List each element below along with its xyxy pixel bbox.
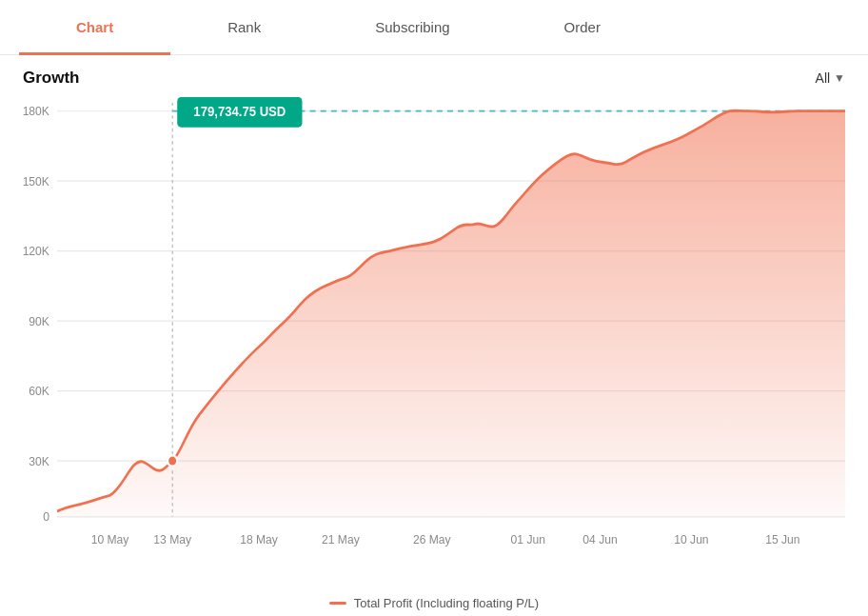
svg-text:15 Jun: 15 Jun (765, 531, 799, 546)
svg-text:01 Jun: 01 Jun (511, 531, 545, 546)
tabs-bar: Chart Rank Subscribing Order (0, 0, 868, 55)
svg-text:13 May: 13 May (153, 531, 191, 546)
chart-legend: Total Profit (Including floating P/L) (0, 596, 868, 610)
tab-subscribing[interactable]: Subscribing (318, 0, 506, 55)
legend-label: Total Profit (Including floating P/L) (354, 596, 539, 610)
filter-label: All (816, 70, 831, 86)
chart-header: Growth All ▼ (0, 55, 868, 97)
svg-text:04 Jun: 04 Jun (582, 531, 617, 546)
filter-dropdown[interactable]: All ▼ (816, 70, 845, 86)
svg-text:180K: 180K (23, 104, 50, 119)
svg-text:60K: 60K (29, 383, 49, 398)
legend-dot (329, 602, 346, 605)
svg-text:18 May: 18 May (240, 531, 278, 546)
chevron-down-icon: ▼ (834, 71, 845, 85)
tab-order[interactable]: Order (507, 0, 658, 55)
svg-text:0: 0 (43, 509, 49, 525)
svg-point-17 (168, 455, 177, 466)
svg-text:10 May: 10 May (91, 531, 129, 546)
chart-title: Growth (23, 69, 80, 88)
svg-text:10 Jun: 10 Jun (674, 531, 708, 546)
svg-text:120K: 120K (23, 244, 50, 259)
svg-text:26 May: 26 May (413, 531, 451, 546)
svg-text:21 May: 21 May (322, 531, 360, 546)
tab-chart[interactable]: Chart (19, 0, 170, 55)
svg-text:179,734.75 USD: 179,734.75 USD (193, 104, 286, 120)
growth-chart: 180K 150K 120K 90K 60K 30K 0 179,734.75 … (57, 97, 845, 592)
svg-text:30K: 30K (29, 453, 49, 468)
svg-text:150K: 150K (23, 173, 50, 189)
tab-rank[interactable]: Rank (170, 0, 318, 55)
chart-area: 180K 150K 120K 90K 60K 30K 0 179,734.75 … (0, 97, 868, 592)
svg-text:90K: 90K (29, 313, 49, 328)
